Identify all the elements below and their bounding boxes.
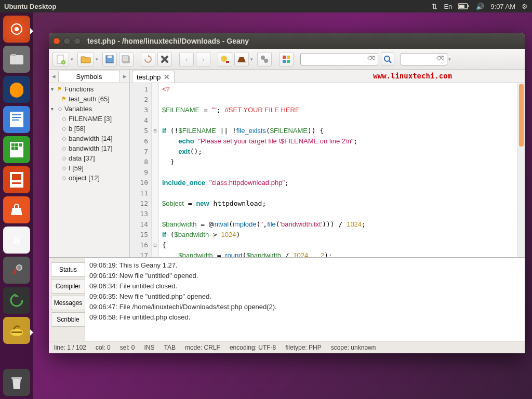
tree-group-functions[interactable]: ▾⚑Functions bbox=[49, 84, 129, 94]
status-messages[interactable]: 09:06:19: This is Geany 1.27. 09:06:19: … bbox=[85, 258, 525, 341]
build-button[interactable] bbox=[234, 52, 249, 66]
svg-rect-1 bbox=[468, 5, 469, 7]
network-icon[interactable]: ⇅ bbox=[432, 3, 437, 10]
clear-goto-icon[interactable]: ⌫ bbox=[436, 55, 445, 62]
svg-rect-30 bbox=[108, 56, 112, 58]
new-dropdown[interactable]: ▾ bbox=[71, 57, 76, 62]
tab-compiler[interactable]: Compiler bbox=[51, 279, 85, 294]
goto-line-input[interactable]: ⌫ bbox=[401, 53, 447, 65]
status-encoding: encoding: UTF-8 bbox=[230, 344, 276, 351]
svg-rect-20 bbox=[12, 182, 21, 184]
tree-item[interactable]: ◇bandwidth [14] bbox=[49, 134, 129, 143]
toolbar: + ▾ ▾ ‹ › ▾ ⌫ ⌫ ▾ bbox=[49, 49, 525, 70]
symbols-tree[interactable]: ▾⚑Functions ⚑test_auth [65] ▾◇Variables … bbox=[49, 83, 129, 257]
tree-item[interactable]: ◇object [12] bbox=[49, 173, 129, 183]
tab-messages[interactable]: Messages bbox=[51, 296, 85, 310]
svg-rect-9 bbox=[12, 114, 21, 115]
build-dropdown[interactable]: ▾ bbox=[250, 57, 256, 62]
amazon-icon[interactable]: a bbox=[3, 227, 30, 254]
search-button[interactable] bbox=[381, 52, 394, 66]
status-mode: mode: CRLF bbox=[185, 344, 220, 351]
gear-icon[interactable]: ⚙ bbox=[522, 3, 528, 10]
impress-icon[interactable] bbox=[3, 166, 30, 193]
watermark: www.linuxtechi.com bbox=[373, 72, 452, 80]
tree-item[interactable]: ◇data [37] bbox=[49, 153, 129, 163]
color-chooser-button[interactable] bbox=[279, 52, 294, 66]
dash-icon[interactable] bbox=[3, 16, 30, 43]
files-icon[interactable] bbox=[3, 46, 30, 73]
window-title: test.php - /home/linuxtechi/Downloads - … bbox=[87, 37, 249, 45]
open-dropdown[interactable]: ▾ bbox=[96, 57, 101, 62]
battery-icon[interactable] bbox=[458, 3, 470, 9]
calc-icon[interactable] bbox=[3, 136, 30, 163]
window-maximize-button[interactable] bbox=[74, 37, 81, 45]
reload-button[interactable] bbox=[141, 52, 155, 66]
sound-icon[interactable]: 🔊 bbox=[476, 3, 484, 10]
trash-icon[interactable] bbox=[3, 369, 30, 396]
save-all-button[interactable] bbox=[119, 52, 134, 66]
window-close-button[interactable] bbox=[53, 37, 60, 45]
svg-point-4 bbox=[15, 27, 19, 31]
tree-item[interactable]: ⚑test_auth [65] bbox=[49, 94, 129, 104]
window-minimize-button[interactable] bbox=[63, 37, 71, 45]
new-file-button[interactable]: + bbox=[52, 52, 69, 66]
svg-rect-14 bbox=[15, 143, 18, 147]
svg-rect-40 bbox=[287, 60, 290, 63]
tree-item[interactable]: ◇f [59] bbox=[49, 163, 129, 173]
status-bar: line: 1 / 102 col: 0 sel: 0 INS TAB mode… bbox=[49, 341, 525, 353]
software-updater-icon[interactable] bbox=[3, 287, 30, 314]
svg-rect-5 bbox=[10, 55, 23, 64]
svg-line-42 bbox=[389, 61, 391, 63]
launcher-arrow-icon bbox=[30, 28, 33, 34]
close-tab-icon[interactable]: ✕ bbox=[164, 73, 170, 81]
tree-item[interactable]: ◇FILENAME [3] bbox=[49, 114, 129, 124]
sidebar-prev-tab[interactable]: ◂ bbox=[49, 72, 58, 80]
top-panel: Ubuntu Desktop ⇅ En 🔊 9:07 AM ⚙ bbox=[0, 0, 532, 12]
svg-rect-15 bbox=[19, 143, 22, 147]
svg-rect-24 bbox=[11, 331, 22, 333]
svg-rect-32 bbox=[122, 56, 128, 62]
goto-dropdown[interactable]: ▾ bbox=[448, 57, 454, 62]
svg-rect-13 bbox=[11, 143, 15, 147]
svg-rect-6 bbox=[11, 54, 16, 56]
close-file-button[interactable] bbox=[157, 52, 172, 66]
status-col: col: 0 bbox=[96, 344, 111, 351]
clear-search-icon[interactable]: ⌫ bbox=[367, 55, 376, 62]
save-button[interactable] bbox=[102, 52, 117, 66]
status-ins: INS bbox=[144, 344, 154, 351]
nav-forward-button[interactable]: › bbox=[196, 52, 210, 66]
firefox-icon[interactable] bbox=[3, 76, 30, 103]
svg-point-41 bbox=[384, 56, 390, 61]
execute-button[interactable] bbox=[257, 52, 272, 66]
svg-rect-25 bbox=[11, 377, 22, 379]
tab-status[interactable]: Status bbox=[51, 262, 85, 277]
sidebar-tab-symbols[interactable]: Symbols bbox=[58, 71, 120, 82]
fold-gutter[interactable]: ⊟⊟⊟ bbox=[152, 83, 159, 257]
search-input[interactable]: ⌫ bbox=[300, 53, 378, 65]
svg-rect-17 bbox=[15, 147, 18, 150]
svg-point-21 bbox=[17, 265, 22, 270]
tree-group-variables[interactable]: ▾◇Variables bbox=[49, 104, 129, 114]
nav-back-button[interactable]: ‹ bbox=[179, 52, 194, 66]
message-panel: Status Compiler Messages Scribble 09:06:… bbox=[49, 258, 525, 341]
settings-icon[interactable] bbox=[3, 257, 30, 284]
titlebar[interactable]: test.php - /home/linuxtechi/Downloads - … bbox=[49, 33, 525, 49]
keyboard-indicator[interactable]: En bbox=[444, 3, 452, 10]
writer-icon[interactable] bbox=[3, 106, 30, 133]
clock[interactable]: 9:07 AM bbox=[490, 3, 515, 10]
software-center-icon[interactable] bbox=[3, 196, 30, 223]
open-file-button[interactable] bbox=[77, 52, 94, 66]
svg-rect-34 bbox=[226, 61, 229, 63]
sidebar: ◂ Symbols ▸ ▾⚑Functions ⚑test_auth [65] … bbox=[49, 70, 130, 257]
sidebar-next-tab[interactable]: ▸ bbox=[120, 72, 129, 80]
tree-item[interactable]: ◇b [58] bbox=[49, 124, 129, 134]
svg-rect-37 bbox=[283, 56, 286, 59]
tree-item[interactable]: ◇bandwidth [17] bbox=[49, 143, 129, 153]
file-tab[interactable]: test.php ✕ bbox=[132, 71, 175, 83]
compile-button[interactable] bbox=[218, 52, 232, 66]
geany-icon[interactable] bbox=[3, 317, 30, 344]
status-tab: TAB bbox=[164, 344, 175, 351]
code-editor[interactable]: <? $FILENAME = ""; //SET YOUR FILE HERE … bbox=[159, 83, 517, 257]
editor-scrollbar[interactable] bbox=[517, 83, 525, 257]
tab-scribble[interactable]: Scribble bbox=[51, 312, 85, 327]
